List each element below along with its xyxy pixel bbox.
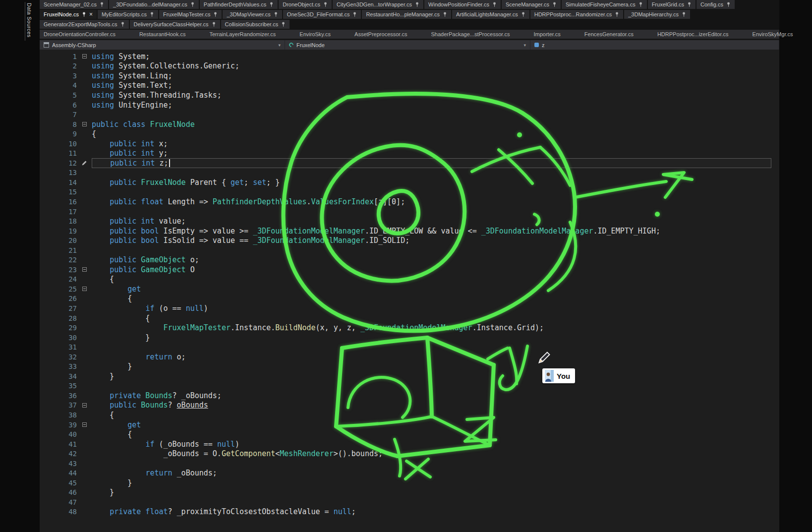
code-line[interactable]: 32 return o; — [40, 352, 779, 362]
editor-tab[interactable]: CollisionSubscriber.cs — [221, 20, 290, 29]
editor-tab[interactable]: RestaurantHo...pleManager.cs — [362, 10, 451, 19]
code-line[interactable]: 43 — [40, 459, 779, 469]
code-line[interactable]: 23 public GameObject O — [40, 265, 779, 275]
editor-tab[interactable]: HDRPPostproc...Randomizer.cs — [530, 10, 624, 19]
code-line[interactable]: 12 public int z; — [40, 158, 779, 168]
close-icon[interactable]: × — [89, 11, 93, 17]
code-line[interactable]: 30 } — [40, 333, 779, 343]
code-line[interactable]: 45 } — [40, 478, 779, 488]
editor-tab[interactable]: FencesGenerator.cs — [583, 30, 635, 39]
editor-tab[interactable]: _3DMapHierarchy.cs — [624, 10, 690, 19]
editor-tab[interactable]: Importer.cs — [532, 30, 561, 39]
code-line[interactable]: 19 public bool IsEmpty => value >= _3DFo… — [40, 226, 779, 236]
code-line[interactable]: 41 if (_oBounds == null) — [40, 439, 779, 449]
project-dropdown[interactable]: Assembly-CSharp ▾ — [40, 40, 285, 50]
code-line[interactable]: 18 public int value; — [40, 216, 779, 226]
editor-tab[interactable]: AssetPreprocessor.cs — [353, 30, 408, 39]
code-line[interactable]: 2using System.Collections.Generic; — [40, 61, 779, 71]
type-dropdown[interactable]: FruxelNode ▾ — [285, 40, 530, 50]
editor-tab[interactable]: ShaderPackage...stProcessor.cs — [430, 30, 511, 39]
chevron-down-icon[interactable]: ▾ — [278, 43, 281, 48]
code-line[interactable]: 6using UnityEngine; — [40, 100, 779, 110]
editor-tab[interactable]: _3DMapViewer.cs — [223, 10, 282, 19]
editor-tab[interactable]: MyEditorScripts.cs — [98, 10, 158, 19]
code-line[interactable]: 37 public Bounds? oBounds — [40, 401, 779, 411]
code-line[interactable]: 3using System.Linq; — [40, 71, 779, 81]
fold-collapse-icon[interactable] — [77, 403, 92, 408]
editor-tab[interactable]: Generator2ExportMapTools.cs — [40, 20, 129, 29]
code-line[interactable]: 28 { — [40, 313, 779, 323]
editor-tab[interactable]: PathfinderDepthValues.cs — [200, 0, 278, 9]
code-line[interactable]: 20 public bool IsSolid => value == _3DFo… — [40, 236, 779, 245]
fold-collapse-icon[interactable] — [77, 267, 92, 272]
code-line[interactable]: 24 { — [40, 275, 779, 285]
fold-collapse-icon[interactable] — [77, 122, 92, 126]
code-line[interactable]: 44 return _oBounds; — [40, 469, 779, 478]
code-line[interactable]: 38 { — [40, 410, 779, 420]
editor-tab[interactable]: FruxelMapTester.cs — [159, 10, 222, 19]
editor-tab[interactable]: _3DFoundatio...delManager.cs — [109, 0, 199, 9]
code-editor[interactable]: 1using System;2using System.Collections.… — [40, 50, 779, 532]
fold-collapse-icon[interactable] — [77, 422, 92, 427]
editor-tab[interactable]: TerrainLayerRandomizer.cs — [208, 30, 277, 39]
tab-label: HDRPPostproc...Randomizer.cs — [534, 11, 612, 17]
code-line[interactable]: 29 FruxelMapTester.Instance.BuildNode(x,… — [40, 323, 779, 333]
code-line[interactable]: 42 _oBounds = O.GetComponent<MeshRendere… — [40, 449, 779, 459]
code-line[interactable]: 7 — [40, 110, 779, 119]
code-line[interactable]: 31 — [40, 342, 779, 352]
code-line[interactable]: 14 public FruxelNode Parent { get; set; … — [40, 177, 779, 187]
code-line[interactable]: 4using System.Text; — [40, 81, 779, 91]
code-line[interactable]: 9{ — [40, 129, 779, 139]
code-line[interactable]: 1using System; — [40, 52, 779, 61]
code-line[interactable]: 35 — [40, 381, 779, 391]
editor-tab[interactable]: HDRPPostproc...izerEditor.cs — [656, 30, 730, 39]
code-line[interactable]: 13 — [40, 168, 779, 178]
code-line[interactable]: 27 if (o == null) — [40, 303, 779, 313]
code-line[interactable]: 33 } — [40, 362, 779, 372]
code-line[interactable]: 17 — [40, 207, 779, 217]
code-line[interactable]: 47 — [40, 497, 779, 507]
code-line[interactable]: 16 public float Length => PathfinderDept… — [40, 197, 779, 207]
code-line[interactable]: 5using System.Threading.Tasks; — [40, 90, 779, 100]
editor-tab[interactable]: DroneObject.cs — [279, 0, 332, 9]
line-number: 27 — [40, 304, 77, 312]
code-line[interactable]: 25 get — [40, 284, 779, 294]
editor-tab[interactable]: ArtificialLightsManager.cs — [452, 10, 529, 19]
member-dropdown[interactable]: z — [530, 40, 779, 50]
editor-tab[interactable]: Config.cs — [696, 0, 735, 9]
editor-tab[interactable]: EnviroSky.cs — [298, 30, 332, 39]
code-text: private Bounds? _oBounds; — [92, 391, 779, 400]
fold-collapse-icon[interactable] — [77, 287, 92, 291]
code-line[interactable]: 39 get — [40, 420, 779, 430]
editor-tab[interactable]: DeliverySurfaceClassHelper.cs — [130, 20, 220, 29]
fold-collapse-icon[interactable] — [77, 54, 92, 59]
line-number: 16 — [40, 198, 77, 206]
editor-tab[interactable]: SceneManager.cs — [502, 0, 561, 9]
code-line[interactable]: 10 public int x; — [40, 139, 779, 149]
editor-tab[interactable]: DroneOrientationController.cs — [43, 30, 116, 39]
code-line[interactable]: 48 private float? _proximityToClosestObs… — [40, 507, 779, 517]
editor-tab[interactable]: FruxelNode.cs× — [40, 10, 97, 19]
code-line[interactable]: 8public class FruxelNode — [40, 119, 779, 129]
code-line[interactable]: 46 } — [40, 488, 779, 498]
editor-tab[interactable]: SceneManager_02.cs — [40, 0, 108, 9]
code-line[interactable]: 34 } — [40, 371, 779, 381]
code-line[interactable]: 40 { — [40, 429, 779, 439]
code-line[interactable]: 15 — [40, 187, 779, 197]
code-line[interactable]: 21 — [40, 245, 779, 255]
editor-tab[interactable]: CityGen3DGen...torWrapper.cs — [333, 0, 423, 9]
editor-tab[interactable]: FruxelGrid.cs — [648, 0, 696, 9]
editor-tab[interactable]: SimulatedFisheyeCamera.cs — [562, 0, 647, 9]
line-number: 46 — [40, 488, 77, 496]
code-line[interactable]: 11 public int y; — [40, 148, 779, 158]
data-sources-vertical-tab[interactable]: Data Sources — [25, 2, 33, 41]
editor-tab[interactable]: OneSec3D_FileFormat.cs — [283, 10, 361, 19]
chevron-down-icon[interactable]: ▾ — [523, 43, 526, 48]
code-line[interactable]: 36 private Bounds? _oBounds; — [40, 391, 779, 401]
pin-icon — [687, 2, 692, 7]
code-line[interactable]: 26 { — [40, 294, 779, 304]
editor-tab[interactable]: EnviroSkyMgr.cs — [752, 30, 794, 39]
code-line[interactable]: 22 public GameObject o; — [40, 255, 779, 265]
editor-tab[interactable]: RestaurantHook.cs — [138, 30, 187, 39]
editor-tab[interactable]: WindowPositionFinder.cs — [424, 0, 501, 9]
